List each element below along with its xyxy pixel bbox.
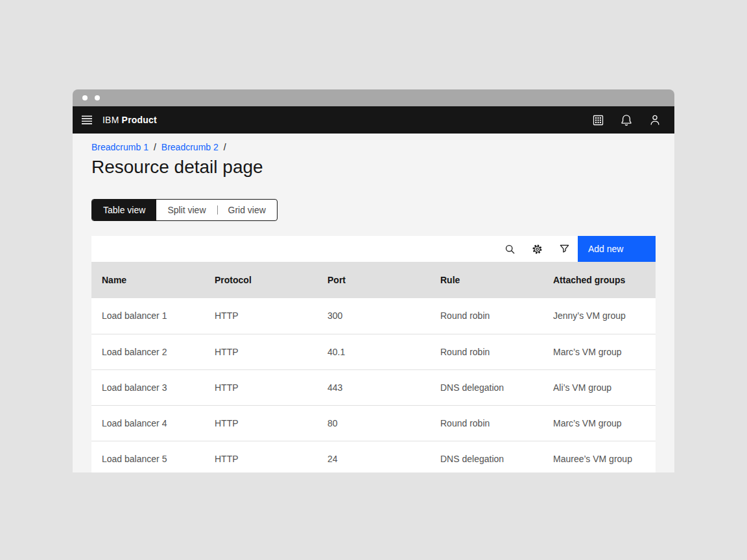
tab-grid-view[interactable]: Grid view — [217, 200, 277, 220]
breadcrumb-link-1[interactable]: Breadcrumb 1 — [91, 142, 148, 152]
hamburger-menu-icon — [80, 113, 93, 126]
cell-rule: Round robin — [430, 334, 543, 369]
cell-name: Load balancer 4 — [91, 405, 204, 441]
cell-protocol: HTTP — [204, 369, 317, 405]
notifications-button[interactable] — [612, 106, 641, 134]
cell-name: Load balancer 2 — [91, 334, 204, 369]
user-avatar-icon — [649, 114, 661, 126]
cell-protocol: HTTP — [204, 441, 317, 472]
cell-protocol: HTTP — [204, 334, 317, 369]
tab-split-view[interactable]: Split view — [156, 200, 217, 220]
app-brand: IBM Product — [102, 115, 157, 125]
cell-protocol: HTTP — [204, 298, 317, 334]
menu-button[interactable] — [73, 106, 101, 134]
page-content: Breadcrumb 1 / Breadcrumb 2 / Resource d… — [73, 134, 674, 472]
column-header-port: Port — [317, 262, 430, 298]
data-table: Name Protocol Port Rule Attached groups … — [91, 262, 656, 472]
breadcrumb-link-2[interactable]: Breadcrumb 2 — [161, 142, 219, 152]
cell-attached-groups: Marc’s VM group — [543, 405, 656, 441]
breadcrumb-separator: / — [154, 142, 156, 152]
gear-icon — [532, 244, 543, 255]
cell-port: 300 — [317, 298, 430, 334]
window-control-dot-2[interactable] — [95, 95, 100, 100]
breadcrumb-separator: / — [224, 142, 226, 152]
search-button[interactable] — [496, 236, 523, 262]
table-row[interactable]: Load balancer 5 HTTP 24 DNS delegation M… — [91, 441, 656, 472]
column-header-name: Name — [91, 262, 204, 298]
cell-port: 24 — [317, 441, 430, 472]
app-header: IBM Product — [73, 106, 674, 134]
cell-attached-groups: Ali’s VM group — [543, 369, 656, 405]
table-header-row: Name Protocol Port Rule Attached groups — [91, 262, 656, 298]
column-header-attached-groups: Attached groups — [543, 262, 656, 298]
table-row[interactable]: Load balancer 2 HTTP 40.1 Round robin Ma… — [91, 334, 656, 369]
window-control-dot-1[interactable] — [82, 95, 88, 100]
cell-name: Load balancer 1 — [91, 298, 204, 334]
table-toolbar: Add new — [91, 236, 656, 262]
table-row[interactable]: Load balancer 1 HTTP 300 Round robin Jen… — [91, 298, 656, 334]
window-chrome-bar — [73, 89, 674, 106]
table-row[interactable]: Load balancer 4 HTTP 80 Round robin Marc… — [91, 405, 656, 441]
cell-attached-groups: Marc’s VM group — [543, 334, 656, 369]
page-title: Resource detail page — [91, 157, 656, 178]
cell-port: 40.1 — [317, 334, 430, 369]
table-head: Name Protocol Port Rule Attached groups — [91, 262, 656, 298]
column-header-protocol: Protocol — [204, 262, 317, 298]
breadcrumb: Breadcrumb 1 / Breadcrumb 2 / — [91, 134, 656, 152]
tab-table-view[interactable]: Table view — [92, 200, 156, 220]
column-header-rule: Rule — [430, 262, 543, 298]
browser-window: IBM Product — [73, 89, 674, 472]
profile-button[interactable] — [641, 106, 669, 134]
cell-rule: Round robin — [430, 405, 543, 441]
brand-prefix: IBM — [102, 115, 119, 125]
cell-rule: DNS delegation — [430, 441, 543, 472]
view-switcher: Table view Split view Grid view — [91, 199, 278, 221]
cell-rule: DNS delegation — [430, 369, 543, 405]
cell-name: Load balancer 5 — [91, 441, 204, 472]
app-grid-icon — [593, 115, 604, 126]
add-new-button[interactable]: Add new — [578, 236, 656, 262]
cell-port: 443 — [317, 369, 430, 405]
cell-port: 80 — [317, 405, 430, 441]
cell-rule: Round robin — [430, 298, 543, 334]
notification-bell-icon — [621, 114, 632, 126]
settings-button[interactable] — [523, 236, 551, 262]
cell-protocol: HTTP — [204, 405, 317, 441]
brand-name: Product — [122, 115, 157, 125]
app-switcher-button[interactable] — [584, 106, 612, 134]
cell-attached-groups: Jenny’s VM group — [543, 298, 656, 334]
table-row[interactable]: Load balancer 3 HTTP 443 DNS delegation … — [91, 369, 656, 405]
search-icon — [504, 244, 516, 255]
header-actions — [584, 106, 674, 134]
filter-button[interactable] — [551, 236, 578, 262]
table-body: Load balancer 1 HTTP 300 Round robin Jen… — [91, 298, 656, 472]
filter-funnel-icon — [559, 244, 570, 255]
cell-attached-groups: Mauree’s VM group — [543, 441, 656, 472]
cell-name: Load balancer 3 — [91, 369, 204, 405]
